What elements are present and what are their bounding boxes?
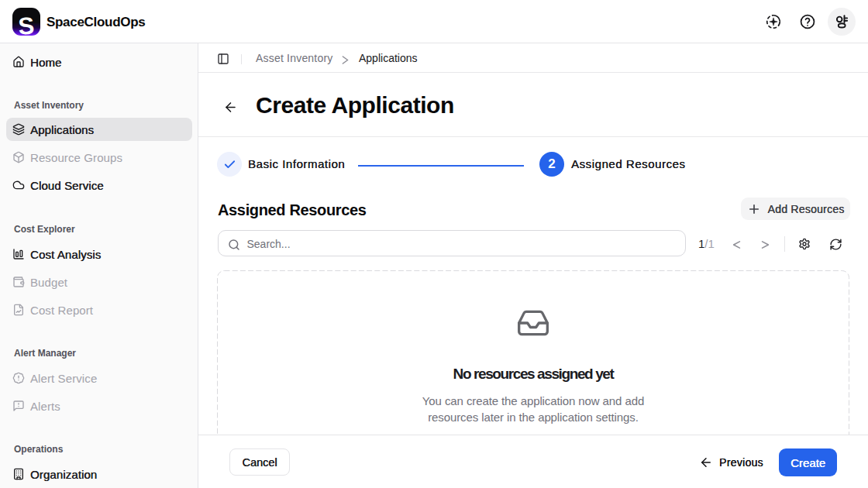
svg-text:S: S	[17, 12, 35, 36]
